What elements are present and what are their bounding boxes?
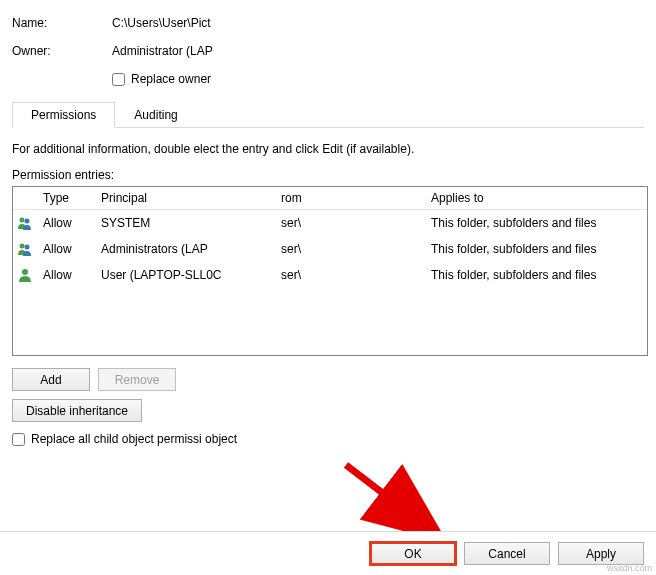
tab-permissions[interactable]: Permissions (12, 102, 115, 128)
permission-entries-table[interactable]: Type Principal rom Applies to Allow SYST… (12, 186, 648, 356)
svg-line-6 (346, 465, 431, 530)
info-text: For additional information, double elect… (12, 142, 644, 156)
svg-point-3 (25, 245, 30, 250)
table-row[interactable]: Allow SYSTEM ser\ This folder, subfolder… (13, 210, 647, 236)
row-access (255, 221, 275, 225)
name-label: Name: (12, 16, 112, 30)
row-principal: Administrators (LAP (95, 240, 255, 258)
header-applies[interactable]: Applies to (425, 187, 647, 209)
row-access (255, 247, 275, 251)
tabs: Permissions Auditing (12, 102, 644, 128)
table-row[interactable]: Allow Administrators (LAP ser\ This fold… (13, 236, 647, 262)
replace-child-checkbox[interactable] (12, 433, 25, 446)
header-principal[interactable]: Principal (95, 187, 255, 209)
owner-label: Owner: (12, 44, 112, 58)
disable-inheritance-button[interactable]: Disable inheritance (12, 399, 142, 422)
add-button[interactable]: Add (12, 368, 90, 391)
row-principal: User (LAPTOP-SLL0C (95, 266, 255, 284)
remove-button[interactable]: Remove (98, 368, 176, 391)
entries-label: Permission entries: (12, 168, 644, 182)
dialog-bottom-bar: OK Cancel Apply (0, 531, 656, 575)
svg-point-2 (20, 244, 25, 249)
replace-owner-label: Replace owner (131, 72, 211, 86)
header-type[interactable]: Type (37, 187, 95, 209)
svg-point-4 (22, 269, 28, 275)
row-principal: SYSTEM (95, 214, 255, 232)
row-access (255, 273, 275, 277)
row-applies: This folder, subfolders and files (425, 266, 647, 284)
row-from: ser\ (275, 266, 425, 284)
cancel-button[interactable]: Cancel (464, 542, 550, 565)
table-row[interactable]: Allow User (LAPTOP-SLL0C ser\ This folde… (13, 262, 647, 288)
row-from: ser\ (275, 240, 425, 258)
svg-point-0 (20, 218, 25, 223)
replace-child-label: Replace all child object permissi object (31, 432, 237, 446)
row-applies: This folder, subfolders and files (425, 240, 647, 258)
owner-value: Administrator (LAP (112, 44, 213, 58)
ok-button[interactable]: OK (370, 542, 456, 565)
header-access[interactable] (255, 187, 275, 209)
row-type: Allow (37, 266, 95, 284)
header-from[interactable]: rom (275, 187, 425, 209)
users-icon (13, 213, 37, 233)
tab-auditing[interactable]: Auditing (115, 102, 196, 128)
name-value: C:\Users\User\Pict (112, 16, 644, 30)
row-applies: This folder, subfolders and files (425, 214, 647, 232)
svg-point-1 (25, 219, 30, 224)
row-type: Allow (37, 240, 95, 258)
row-from: ser\ (275, 214, 425, 232)
row-type: Allow (37, 214, 95, 232)
header-icon (13, 187, 37, 209)
apply-button[interactable]: Apply (558, 542, 644, 565)
replace-owner-checkbox[interactable] (112, 73, 125, 86)
users-icon (13, 239, 37, 259)
user-icon (13, 265, 37, 285)
